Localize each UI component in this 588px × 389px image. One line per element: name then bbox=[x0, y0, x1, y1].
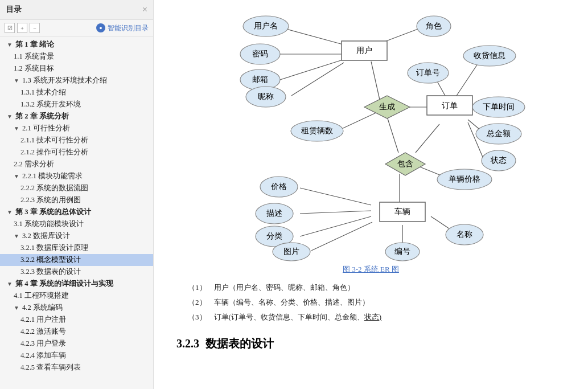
entity-vehicle-num: 编号 bbox=[394, 247, 410, 256]
main-content: 用户 用户名 角色 密码 邮箱 昵称 生成 订单 订单号 bbox=[154, 0, 588, 389]
expand-arrow: ▼ bbox=[14, 173, 19, 179]
entity-category: 分类 bbox=[266, 232, 282, 240]
entity-role: 角色 bbox=[426, 22, 442, 30]
expand-arrow: ▼ bbox=[7, 281, 13, 287]
toc-item-ch4[interactable]: ▼ 第 4 章 系统的详细设计与实现 bbox=[0, 278, 153, 290]
toc-item-ch4-2-3[interactable]: 4.2.3 用户登录 bbox=[0, 338, 153, 350]
toc-item-ch4-2-2[interactable]: 4.2.2 激活账号 bbox=[0, 326, 153, 338]
entity-contains: 包含 bbox=[397, 159, 413, 168]
toc-item-ch2-1[interactable]: ▼ 2.1 可行性分析 bbox=[0, 122, 153, 134]
entity-password: 密码 bbox=[252, 50, 268, 58]
toc-item-ch4-1[interactable]: 4.1 工程环境搭建 bbox=[0, 290, 153, 302]
entity-unit-price: 单辆价格 bbox=[449, 175, 480, 183]
entity-user: 用户 bbox=[356, 46, 372, 55]
entity-order-num: 订单号 bbox=[416, 68, 440, 77]
toolbar-collapse-btn[interactable]: − bbox=[30, 23, 40, 33]
entity-generate: 生成 bbox=[379, 103, 395, 111]
toc-item-ch2[interactable]: ▼ 第 2 章 系统分析 bbox=[0, 110, 153, 122]
toc-item-ch2-1-2[interactable]: 2.1.2 操作可行性分析 bbox=[0, 146, 153, 158]
smart-toc-icon: ● bbox=[96, 23, 105, 32]
entity-price: 价格 bbox=[270, 182, 287, 191]
entity-vehicle: 车辆 bbox=[394, 207, 410, 216]
toolbar-check-btn[interactable]: ☑ bbox=[5, 23, 15, 33]
entity-order: 订单 bbox=[442, 101, 458, 110]
expand-arrow: ▼ bbox=[14, 125, 19, 132]
toc-item-ch4-2-5[interactable]: 4.2.5 查看车辆列表 bbox=[0, 362, 153, 374]
expand-arrow: ▼ bbox=[14, 305, 19, 311]
entity-username: 用户名 bbox=[254, 22, 278, 30]
desc-line-2: （2） 车辆（编号、名称、分类、价格、描述、图片） bbox=[188, 295, 565, 310]
er-diagram-container: 用户 用户名 角色 密码 邮箱 昵称 生成 订单 订单号 bbox=[176, 11, 565, 275]
toc-item-ch1-3-1[interactable]: 1.3.1 技术介绍 bbox=[0, 87, 153, 99]
svg-line-18 bbox=[300, 211, 371, 214]
er-diagram-svg: 用户 用户名 角色 密码 邮箱 昵称 生成 订单 订单号 bbox=[212, 11, 531, 262]
svg-line-4 bbox=[280, 60, 343, 80]
toc-item-ch1[interactable]: ▼ 第 1 章 绪论 bbox=[0, 39, 153, 51]
svg-line-14 bbox=[416, 124, 439, 153]
sidebar: 目录 × ☑ + − ● 智能识别目录 ▼ 第 1 章 绪论 1.1 系统背景 … bbox=[0, 0, 154, 389]
expand-arrow: ▼ bbox=[7, 209, 13, 215]
entity-image: 图片 bbox=[283, 247, 299, 256]
toc-tree: ▼ 第 1 章 绪论 1.1 系统背景 1.2 系统目标 ▼ 1.3 系统开发环… bbox=[0, 36, 153, 389]
entity-address: 收货信息 bbox=[474, 51, 505, 60]
svg-line-8 bbox=[457, 62, 479, 96]
svg-line-17 bbox=[300, 188, 371, 205]
toc-item-ch3-2-3[interactable]: 3.2.3 数据表的设计 bbox=[0, 266, 153, 278]
svg-line-20 bbox=[311, 222, 372, 251]
sidebar-title: 目录 bbox=[6, 5, 22, 15]
description-section: （1） 用户（用户名、密码、昵称、邮箱、角色） （2） 车辆（编号、名称、分类、… bbox=[176, 280, 565, 325]
toc-item-ch2-2-1[interactable]: ▼ 2.2.1 模块功能需求 bbox=[0, 170, 153, 182]
svg-line-13 bbox=[387, 117, 398, 153]
section-heading-3-2-3: 3.2.3 数据表的设计 bbox=[176, 336, 565, 351]
toc-item-ch1-2[interactable]: 1.2 系统目标 bbox=[0, 63, 153, 75]
sidebar-toolbar: ☑ + − ● 智能识别目录 bbox=[0, 20, 153, 36]
entity-nickname: 昵称 bbox=[258, 92, 274, 101]
entity-vehicle-name: 名称 bbox=[457, 230, 472, 239]
toolbar-expand-btn[interactable]: + bbox=[17, 23, 27, 33]
toc-item-ch3-1[interactable]: 3.1 系统功能模块设计 bbox=[0, 218, 153, 230]
entity-rental-count: 租赁辆数 bbox=[301, 126, 333, 135]
smart-toc-label: 智能识别目录 bbox=[108, 23, 149, 33]
section-title: 数据表的设计 bbox=[205, 337, 274, 350]
toc-item-ch1-1[interactable]: 1.1 系统背景 bbox=[0, 51, 153, 63]
toc-item-ch1-3[interactable]: ▼ 1.3 系统开发环境技术介绍 bbox=[0, 75, 153, 87]
er-caption: 图 3-2 系统 ER 图 bbox=[343, 264, 399, 275]
sidebar-header: 目录 × bbox=[0, 0, 153, 20]
expand-arrow: ▼ bbox=[7, 42, 13, 48]
toc-item-ch3-2[interactable]: ▼ 3.2 数据库设计 bbox=[0, 230, 153, 242]
svg-line-0 bbox=[280, 27, 351, 47]
svg-line-3 bbox=[371, 62, 380, 100]
entity-total-price: 总金额 bbox=[486, 129, 511, 138]
desc-line-3: （3） 订单(订单号、收货信息、下单时间、总金额、状态) bbox=[188, 310, 565, 325]
entity-status: 状态 bbox=[490, 156, 507, 165]
toc-item-ch1-3-2[interactable]: 1.3.2 系统开发环境 bbox=[0, 99, 153, 110]
smart-toc-button[interactable]: ● 智能识别目录 bbox=[96, 23, 149, 33]
toc-item-ch3-2-2[interactable]: 3.2.2 概念模型设计 bbox=[0, 254, 153, 266]
toc-item-ch2-1-1[interactable]: 2.1.1 技术可行性分析 bbox=[0, 134, 153, 146]
toc-item-ch2-2[interactable]: 2.2 需求分析 bbox=[0, 158, 153, 170]
toc-item-ch4-2[interactable]: ▼ 4.2 系统编码 bbox=[0, 302, 153, 314]
desc-line-1: （1） 用户（用户名、密码、昵称、邮箱、角色） bbox=[188, 280, 565, 295]
toc-item-ch3-2-1[interactable]: 3.2.1 数据库设计原理 bbox=[0, 242, 153, 254]
expand-arrow: ▼ bbox=[7, 113, 13, 120]
close-icon[interactable]: × bbox=[142, 5, 147, 15]
toc-item-ch4-2-4[interactable]: 4.2.4 添加车辆 bbox=[0, 350, 153, 362]
toc-item-ch2-2-2[interactable]: 2.2.2 系统的数据流图 bbox=[0, 182, 153, 194]
entity-order-time: 下单时间 bbox=[483, 103, 515, 111]
expand-arrow: ▼ bbox=[14, 233, 19, 239]
expand-arrow: ▼ bbox=[14, 77, 19, 84]
entity-email: 邮箱 bbox=[252, 75, 268, 84]
svg-line-12 bbox=[337, 111, 380, 131]
toc-item-ch3[interactable]: ▼ 第 3 章 系统的总体设计 bbox=[0, 206, 153, 218]
svg-line-19 bbox=[300, 216, 371, 236]
toc-item-ch4-2-1[interactable]: 4.2.1 用户注册 bbox=[0, 314, 153, 326]
entity-desc: 描述 bbox=[266, 209, 282, 218]
section-number: 3.2.3 bbox=[176, 337, 199, 350]
toc-item-ch2-2-3[interactable]: 2.2.3 系统的用例图 bbox=[0, 194, 153, 206]
